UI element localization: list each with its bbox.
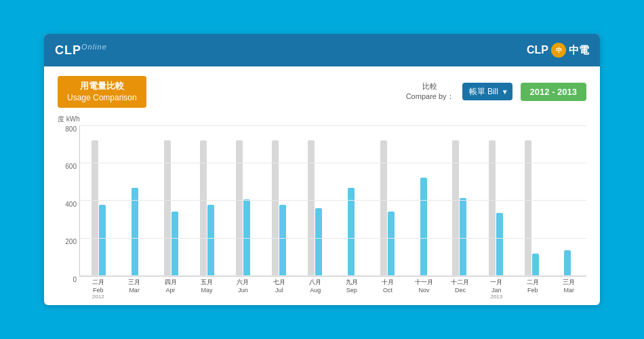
bar-foreground [460, 198, 466, 276]
chart-inner: 二月Feb2012三月Mar四月Apr五月May六月Jun七月Jul八月Aug九… [79, 125, 586, 300]
bar-foreground [532, 254, 539, 276]
x-labels: 二月Feb2012三月Mar四月Apr五月May六月Jun七月Jul八月Aug九… [79, 278, 586, 300]
x-label-english: Sep [334, 287, 369, 294]
right-controls: 比較 Compare by： 帳單 Bill ▼ 2012 - 2013 [406, 81, 586, 102]
bar-background [164, 140, 171, 276]
x-label-english: Jul [262, 287, 296, 294]
bar-background [272, 140, 279, 276]
clp-logo-right: CLP 中 中電 [527, 43, 589, 58]
x-label-english: May [189, 287, 224, 294]
bar-foreground [388, 212, 395, 276]
bar-background [200, 140, 207, 276]
bar-group [117, 128, 152, 276]
bar-foreground [564, 250, 571, 276]
bar-group [262, 128, 296, 276]
usage-badge: 用電量比較 Usage Comparison [58, 76, 146, 108]
bar-group [406, 128, 441, 276]
x-label-english: Jun [226, 287, 260, 294]
year-range-badge: 2012 - 2013 [521, 83, 586, 101]
x-label-chinese: 二月 [515, 278, 550, 287]
x-label-group: 五月May [189, 278, 224, 300]
y-axis: 800 600 400 200 0 [58, 125, 79, 300]
chart-body: 800 600 400 200 0 [58, 125, 586, 300]
x-label-chinese: 三月 [117, 278, 151, 287]
y-axis-label: 度 kWh [58, 115, 586, 124]
x-label-group: 十月Oct [370, 278, 405, 300]
bar-group [478, 128, 512, 276]
top-bar: 用電量比較 Usage Comparison 比較 Compare by： 帳單… [58, 76, 586, 108]
bar-foreground [99, 205, 106, 276]
compare-label: 比較 Compare by： [406, 81, 454, 102]
x-label-chinese: 六月 [226, 278, 260, 287]
bar-group [550, 128, 585, 276]
x-label-group: 九月Sep [334, 278, 369, 300]
x-label-group: 六月Jun [226, 278, 260, 300]
y-tick-400: 400 [65, 201, 77, 208]
bar-group [226, 128, 260, 276]
x-label-english: Nov [407, 287, 441, 294]
x-label-english: Mar [117, 287, 151, 294]
x-label-chinese: 十二月 [443, 278, 477, 287]
x-label-chinese: 四月 [153, 278, 188, 287]
compare-dropdown[interactable]: 帳單 Bill [462, 83, 512, 100]
header: CLPOnline CLP 中 中電 [44, 34, 600, 66]
x-label-chinese: 三月 [551, 278, 586, 287]
x-label-chinese: 五月 [189, 278, 224, 287]
x-label-chinese: 一月 [479, 278, 514, 287]
bar-group [190, 128, 224, 276]
bars-area [79, 125, 586, 277]
bar-foreground [348, 188, 355, 276]
bar-group [334, 128, 369, 276]
x-label-group: 三月Mar [551, 278, 586, 300]
bar-foreground [207, 205, 214, 276]
x-label-english: Aug [298, 287, 333, 294]
bar-foreground [172, 212, 178, 276]
content-area: 用電量比較 Usage Comparison 比較 Compare by： 帳單… [44, 66, 600, 305]
bar-background [525, 140, 531, 276]
bar-group [298, 128, 332, 276]
bar-foreground [315, 208, 322, 276]
y-tick-0: 0 [73, 276, 77, 283]
grid-line [80, 125, 586, 126]
x-label-english: Dec [443, 287, 477, 294]
clp-logo-left: CLPOnline [55, 43, 107, 58]
bar-background [452, 140, 459, 276]
bar-group [515, 128, 549, 276]
bar-background [380, 140, 387, 276]
x-label-group: 三月Mar [117, 278, 151, 300]
x-label-chinese: 八月 [298, 278, 333, 287]
x-label-chinese: 十一月 [407, 278, 441, 287]
bar-background [489, 140, 496, 276]
bar-background [92, 140, 98, 276]
bar-foreground [243, 199, 250, 276]
x-label-english: Apr [153, 287, 188, 294]
chart-area: 度 kWh 800 600 400 200 0 [58, 115, 586, 300]
x-label-chinese: 九月 [334, 278, 369, 287]
x-label-english: Mar [551, 287, 586, 294]
x-label-english: Feb [81, 287, 115, 294]
bar-background [308, 140, 315, 276]
x-label-group: 一月Jan2013 [479, 278, 514, 300]
x-label-group: 二月Feb [515, 278, 550, 300]
bar-group [81, 128, 116, 276]
compare-dropdown-wrapper[interactable]: 帳單 Bill ▼ [462, 83, 512, 100]
x-label-english: Oct [370, 287, 405, 294]
x-label-group: 十一月Nov [407, 278, 441, 300]
bar-foreground [496, 213, 503, 276]
bar-background [236, 140, 243, 276]
y-tick-800: 800 [65, 125, 77, 133]
main-card: CLPOnline CLP 中 中電 用電量比較 Usage Compariso… [44, 34, 600, 305]
x-label-group: 十二月Dec [443, 278, 477, 300]
bar-foreground [279, 205, 286, 276]
x-label-group: 八月Aug [298, 278, 333, 300]
x-label-group: 七月Jul [262, 278, 296, 300]
x-label-year: 2013 [479, 294, 514, 300]
bar-group [442, 128, 477, 276]
clp-circle-icon: 中 [551, 43, 566, 58]
x-label-group: 四月Apr [153, 278, 188, 300]
x-label-english: Jan [479, 287, 514, 294]
x-label-chinese: 二月 [81, 278, 115, 287]
bar-group [370, 128, 405, 276]
y-tick-200: 200 [65, 238, 77, 245]
x-label-chinese: 十月 [370, 278, 405, 287]
